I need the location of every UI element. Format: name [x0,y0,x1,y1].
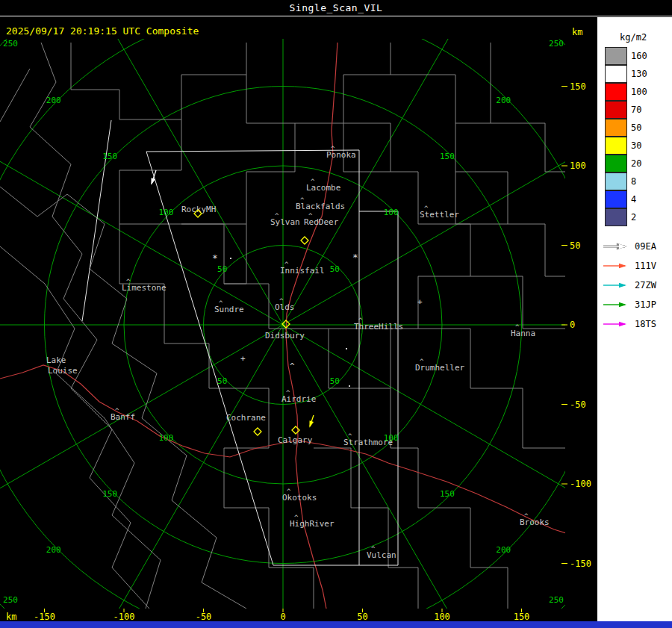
x-axis-tick-label: 100 [434,612,450,621]
city-location-marker: ^ [287,488,291,495]
city-label: Banff [111,412,135,422]
obs-asterisk-marker: * [352,252,358,263]
y-axis-tick-label: -150 [570,559,591,569]
city-label: Didsbury [265,331,305,341]
legend-unit-label: kg/m2 [620,32,672,43]
bottom-status-bar [0,621,672,628]
range-ring-label: 50 [330,376,340,386]
city-location-marker: ^ [286,389,290,397]
scale-row: 160 [597,47,672,65]
track-id-label: 27ZW [635,280,656,290]
x-axis-tick-label: 0 [280,612,285,621]
x-axis-tick-label: -100 [113,612,135,621]
y-axis-tick-label: -100 [570,479,591,489]
city-label: Calgary [278,435,313,445]
track-arrow-icon [601,240,632,252]
radar-map[interactable]: 5050505010010010010015015015015020020020… [0,17,597,621]
scale-value-label: 8 [631,176,636,187]
range-ring-label: 200 [496,96,511,105]
city-location-marker: ^ [219,299,223,307]
window-title: Single_Scan_VIL [290,2,383,13]
track-arrow-icon [601,318,632,330]
city-location-marker: ^ [371,545,376,553]
scale-value-label: 70 [631,105,641,115]
scale-row: 50 [597,119,672,137]
y-axis-tick-label: 0 [570,320,575,330]
scale-color-swatch [605,190,627,208]
obs-dot-marker [346,348,347,349]
track-arrow-icon [601,260,632,272]
scale-color-swatch [605,172,627,190]
city-location-marker: ^ [279,297,284,305]
station-diamond-marker [292,426,299,434]
scale-row: 4 [597,190,672,208]
track-arrow-icon [601,299,632,311]
scale-value-label: 20 [631,158,641,169]
city-location-marker: ^ [275,212,279,220]
obs-dot-marker [349,385,350,387]
x-axis-tick-label: -150 [34,612,55,621]
x-axis-unit-label: km [6,612,16,622]
range-ring-label: 50 [217,376,227,386]
city-location-marker: ^ [524,512,529,520]
range-ring-label: 150 [440,152,455,161]
y-axis-tick-label: -50 [570,400,586,410]
city-labels: Ponoka^Lacombe^Blackfalds^Sylvan^RedDeer… [46,145,550,560]
scale-color-swatch [605,137,627,155]
obs-plus-marker: + [240,354,246,364]
city-location-marker: ^ [424,205,429,212]
range-ring-label: 200 [46,545,61,555]
scale-color-swatch [605,83,627,101]
scale-row: 130 [597,65,672,83]
title-bar[interactable]: Single_Scan_VIL [0,0,672,16]
track-id-label: 09EA [635,241,656,252]
range-ring-label: 200 [46,96,61,105]
storm-track-legend: 09EA111V27ZW31JP18TS [597,237,672,334]
range-ring-label: 250 [3,595,18,605]
range-ring-label: 250 [3,39,18,49]
track-legend-row: 27ZW [597,276,672,295]
city-label: RockyMH [181,205,216,214]
scale-value-label: 50 [631,122,641,133]
track-legend-row: 18TS [597,314,672,334]
city-label: Louise [48,366,78,376]
obs-asterisk-marker: * [212,252,218,264]
city-location-marker: ^ [300,196,305,204]
scale-value-label: 100 [631,87,647,97]
axis-labels: -150-100-50050100150150100500-50-100-150 [34,81,591,622]
scale-row: 30 [597,137,672,155]
track-arrow-icon [601,279,632,291]
station-diamond-marker [301,237,308,244]
city-location-marker: ^ [420,358,424,365]
x-axis-tick-label: -50 [196,612,212,621]
city-location-marker: ^ [358,317,363,324]
track-id-label: 18TS [635,319,656,329]
radar-display-pane: 5050505010010010010015015015015020020020… [0,17,597,621]
city-location-marker: ^ [284,261,289,268]
range-ring-label: 100 [158,433,173,443]
track-id-label: 111V [635,261,656,271]
range-ring-label: 250 [549,595,564,605]
y-axis-unit-label: km [572,27,582,37]
scale-value-label: 160 [631,51,647,61]
scale-color-swatch [605,208,627,226]
scale-color-swatch [605,101,627,119]
scale-row: 20 [597,155,672,172]
range-ring-label: 50 [330,264,340,274]
radar-app-window: Single_Scan_VIL 505050501001001001001501… [0,0,672,628]
range-ring-label: 100 [158,208,173,217]
city-label: Olds [275,302,295,312]
y-axis-tick-label: 150 [570,81,586,92]
scale-value-label: 4 [631,194,636,205]
city-label: Hanna [511,329,535,338]
range-ring-label: 50 [217,264,227,274]
range-ring-label: 100 [384,208,399,217]
city-location-marker: ^ [294,514,299,521]
scale-color-swatch [605,155,627,172]
scale-value-label: 2 [631,212,636,223]
scale-row: 100 [597,83,672,101]
track-legend-row: 31JP [597,295,672,314]
range-ring-label: 150 [102,152,117,161]
city-location-marker: ^ [311,178,315,185]
track-legend-row: 111V [597,256,672,276]
